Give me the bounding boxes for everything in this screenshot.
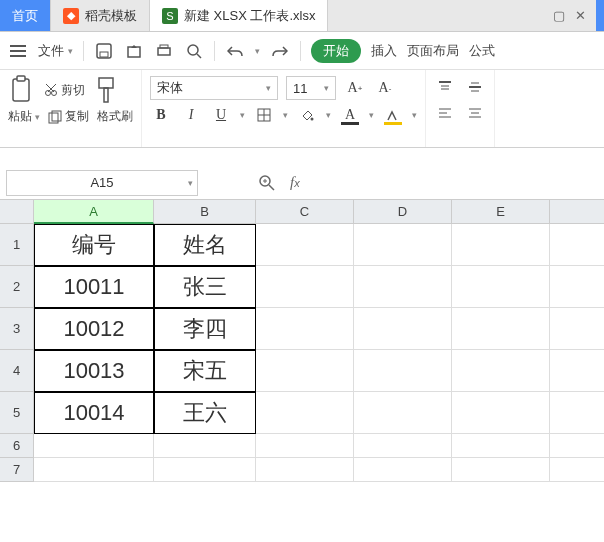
font-color-button[interactable]: A bbox=[339, 104, 361, 126]
font-name-select[interactable]: 宋体▾ bbox=[150, 76, 278, 100]
cell[interactable] bbox=[354, 266, 452, 308]
row-header[interactable]: 1 bbox=[0, 224, 34, 266]
cell[interactable]: 张三 bbox=[154, 266, 256, 308]
save-icon[interactable] bbox=[94, 41, 114, 61]
tab-workbook[interactable]: S 新建 XLSX 工作表.xlsx bbox=[150, 0, 328, 31]
cell[interactable] bbox=[154, 434, 256, 458]
bold-button[interactable]: B bbox=[150, 104, 172, 126]
col-header[interactable]: C bbox=[256, 200, 354, 224]
close-icon[interactable]: ✕ bbox=[575, 8, 586, 23]
cell[interactable] bbox=[34, 434, 154, 458]
row-header[interactable]: 7 bbox=[0, 458, 34, 482]
underline-button[interactable]: U bbox=[210, 104, 232, 126]
cell[interactable]: 王六 bbox=[154, 392, 256, 434]
col-header[interactable]: B bbox=[154, 200, 256, 224]
cell[interactable] bbox=[550, 224, 604, 266]
align-center-icon[interactable] bbox=[464, 102, 486, 124]
paste-button[interactable]: 粘贴▾ bbox=[8, 108, 40, 125]
name-box[interactable]: A15 ▾ bbox=[6, 170, 198, 196]
increase-font-icon[interactable]: A+ bbox=[344, 77, 366, 99]
cell[interactable] bbox=[550, 308, 604, 350]
fill-color-button[interactable] bbox=[296, 104, 318, 126]
cell[interactable] bbox=[256, 458, 354, 482]
col-header[interactable]: D bbox=[354, 200, 452, 224]
tab-templates[interactable]: ◆ 稻壳模板 bbox=[51, 0, 150, 31]
align-mid-icon[interactable] bbox=[464, 76, 486, 98]
cell[interactable] bbox=[452, 350, 550, 392]
cell[interactable]: 李四 bbox=[154, 308, 256, 350]
file-menu[interactable]: 文件▾ bbox=[38, 42, 73, 60]
ribbon-tab-formula[interactable]: 公式 bbox=[469, 42, 495, 60]
row-header[interactable]: 5 bbox=[0, 392, 34, 434]
cell[interactable] bbox=[452, 266, 550, 308]
align-top-icon[interactable] bbox=[434, 76, 456, 98]
cell[interactable]: 宋五 bbox=[154, 350, 256, 392]
border-button[interactable] bbox=[253, 104, 275, 126]
undo-icon[interactable] bbox=[225, 41, 245, 61]
italic-button[interactable]: I bbox=[180, 104, 202, 126]
fx-icon[interactable]: fx bbox=[290, 174, 300, 191]
format-painter-icon[interactable] bbox=[93, 76, 121, 104]
select-all-corner[interactable] bbox=[0, 200, 34, 224]
cell[interactable]: 10013 bbox=[34, 350, 154, 392]
cell[interactable] bbox=[354, 350, 452, 392]
cell[interactable] bbox=[256, 350, 354, 392]
cell[interactable] bbox=[354, 392, 452, 434]
row-header[interactable]: 4 bbox=[0, 350, 34, 392]
highlight-button[interactable] bbox=[382, 104, 404, 126]
ribbon-tab-layout[interactable]: 页面布局 bbox=[407, 42, 459, 60]
cell[interactable] bbox=[256, 434, 354, 458]
row-header[interactable]: 2 bbox=[0, 266, 34, 308]
cell[interactable] bbox=[452, 392, 550, 434]
export-icon[interactable] bbox=[124, 41, 144, 61]
chevron-down-icon[interactable]: ▾ bbox=[255, 46, 260, 56]
cell[interactable]: 10011 bbox=[34, 266, 154, 308]
cell[interactable] bbox=[256, 392, 354, 434]
format-painter-button[interactable]: 格式刷 bbox=[97, 108, 133, 125]
cell[interactable]: 10014 bbox=[34, 392, 154, 434]
cell[interactable]: 10012 bbox=[34, 308, 154, 350]
cell[interactable] bbox=[256, 308, 354, 350]
cell[interactable] bbox=[550, 392, 604, 434]
cell[interactable] bbox=[550, 350, 604, 392]
cell[interactable] bbox=[354, 458, 452, 482]
copy-button[interactable]: 复制 bbox=[48, 108, 89, 125]
cell[interactable] bbox=[354, 308, 452, 350]
cell[interactable] bbox=[154, 458, 256, 482]
restore-icon[interactable]: ▢ bbox=[553, 8, 565, 23]
tab-home[interactable]: 首页 bbox=[0, 0, 51, 31]
col-header[interactable]: A bbox=[34, 200, 154, 224]
cell[interactable] bbox=[550, 266, 604, 308]
hamburger-icon[interactable] bbox=[8, 41, 28, 61]
decrease-font-icon[interactable]: A- bbox=[374, 77, 396, 99]
print-icon[interactable] bbox=[154, 41, 174, 61]
cell[interactable] bbox=[452, 434, 550, 458]
cell[interactable] bbox=[34, 458, 154, 482]
svg-rect-7 bbox=[160, 45, 168, 48]
font-size-select[interactable]: 11▾ bbox=[286, 76, 336, 100]
cut-button[interactable]: 剪切 bbox=[44, 82, 85, 99]
align-left-icon[interactable] bbox=[434, 102, 456, 124]
redo-icon[interactable] bbox=[270, 41, 290, 61]
zoom-icon[interactable] bbox=[258, 174, 276, 192]
row-header[interactable]: 6 bbox=[0, 434, 34, 458]
cell[interactable] bbox=[256, 224, 354, 266]
cell[interactable]: 编号 bbox=[34, 224, 154, 266]
ribbon-tab-start[interactable]: 开始 bbox=[311, 39, 361, 63]
cell[interactable]: 姓名 bbox=[154, 224, 256, 266]
cell[interactable] bbox=[354, 224, 452, 266]
tab-label: 新建 XLSX 工作表.xlsx bbox=[184, 7, 315, 25]
ribbon-tab-insert[interactable]: 插入 bbox=[371, 42, 397, 60]
cell[interactable] bbox=[550, 434, 604, 458]
cell[interactable] bbox=[452, 458, 550, 482]
paste-icon[interactable] bbox=[8, 76, 36, 104]
cell[interactable] bbox=[256, 266, 354, 308]
col-header[interactable]: E bbox=[452, 200, 550, 224]
row-header[interactable]: 3 bbox=[0, 308, 34, 350]
cell[interactable] bbox=[354, 434, 452, 458]
cell[interactable] bbox=[452, 224, 550, 266]
cell[interactable] bbox=[550, 458, 604, 482]
cell[interactable] bbox=[452, 308, 550, 350]
preview-icon[interactable] bbox=[184, 41, 204, 61]
col-header[interactable] bbox=[550, 200, 604, 224]
